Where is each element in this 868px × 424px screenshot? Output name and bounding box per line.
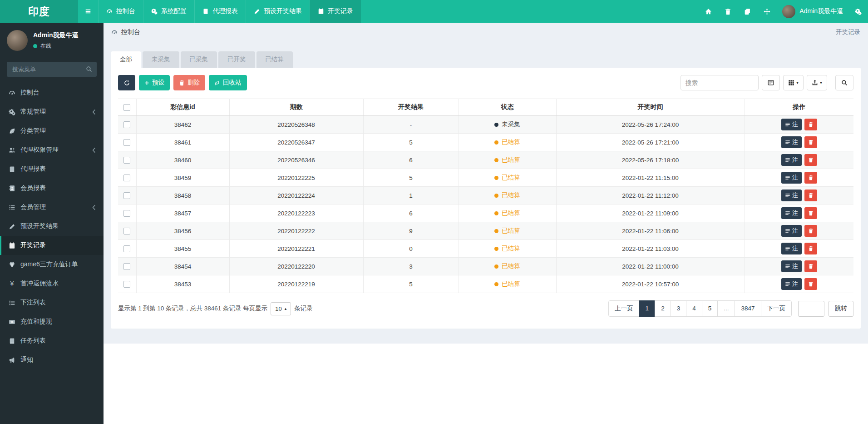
files-nav-button[interactable] bbox=[738, 0, 757, 23]
top-nav-calendar[interactable]: 开奖记录 bbox=[310, 0, 361, 23]
row-checkbox[interactable] bbox=[123, 228, 130, 234]
brand-logo[interactable]: 印度 bbox=[0, 0, 78, 23]
row-delete-button[interactable] bbox=[804, 136, 817, 148]
navbar-user[interactable]: Admin我最牛逼 bbox=[777, 0, 848, 23]
page-button-2[interactable]: 2 bbox=[655, 300, 671, 317]
sidebar-item-leaf-2[interactable]: 分类管理 bbox=[0, 121, 104, 140]
prev-page-button[interactable]: 上一页 bbox=[608, 300, 640, 317]
filter-tab-3[interactable]: 已开奖 bbox=[218, 51, 255, 68]
row-delete-button[interactable] bbox=[804, 190, 817, 201]
columns-dropdown-button[interactable]: ▾ bbox=[783, 75, 804, 90]
filter-tab-4[interactable]: 已结算 bbox=[256, 51, 293, 68]
row-checkbox[interactable] bbox=[123, 139, 130, 146]
list-icon bbox=[9, 299, 15, 306]
cell-result: 5 bbox=[363, 169, 459, 187]
row-note-button[interactable]: 注 bbox=[781, 119, 802, 130]
recycle-bin-button[interactable]: 回收站 bbox=[209, 75, 247, 90]
refresh-button[interactable] bbox=[118, 75, 135, 90]
page-button-4[interactable]: 4 bbox=[686, 300, 702, 317]
page-button-1[interactable]: 1 bbox=[639, 300, 656, 317]
sidebar-item-cogs-1[interactable]: 常规管理 bbox=[0, 102, 104, 121]
row-checkbox[interactable] bbox=[123, 121, 130, 128]
row-delete-button[interactable] bbox=[804, 154, 817, 166]
status-label: 已结算 bbox=[502, 156, 520, 164]
page-button-3[interactable]: 3 bbox=[671, 300, 687, 317]
row-select-cell bbox=[118, 187, 136, 205]
sidebar-item-label: 会员报表 bbox=[20, 184, 46, 192]
top-nav-cogs[interactable]: 系统配置 bbox=[143, 0, 194, 23]
next-page-button[interactable]: 下一页 bbox=[761, 300, 792, 317]
row-delete-button[interactable] bbox=[804, 172, 817, 184]
top-nav-book[interactable]: 代理报表 bbox=[194, 0, 246, 23]
row-checkbox[interactable] bbox=[123, 245, 130, 252]
row-note-button[interactable]: 注 bbox=[781, 260, 802, 272]
filter-tab-2[interactable]: 已采集 bbox=[181, 51, 217, 68]
row-checkbox[interactable] bbox=[123, 263, 130, 270]
row-checkbox[interactable] bbox=[123, 210, 130, 217]
plus-icon bbox=[144, 80, 149, 85]
table-search-input[interactable] bbox=[681, 75, 759, 90]
filter-tab-0[interactable]: 全部 bbox=[111, 51, 141, 68]
column-header: 状态 bbox=[459, 99, 556, 116]
row-delete-button[interactable] bbox=[804, 260, 817, 272]
expand-nav-button[interactable] bbox=[757, 0, 777, 23]
table-row: 38460202205263466已结算2022-05-26 17:18:00注 bbox=[118, 151, 853, 169]
sidebar-search-input[interactable] bbox=[7, 62, 97, 77]
filter-tab-1[interactable]: 未采集 bbox=[143, 51, 179, 68]
page-jump-button[interactable]: 跳转 bbox=[829, 301, 853, 317]
table-row: 38457202201222236已结算2022-01-22 11:09:00注 bbox=[118, 205, 853, 222]
sidebar-item-bullhorn-14[interactable]: 通知 bbox=[0, 350, 104, 369]
search-icon[interactable] bbox=[86, 66, 92, 72]
trash-nav-button[interactable] bbox=[718, 0, 738, 23]
row-checkbox[interactable] bbox=[123, 192, 130, 199]
row-checkbox[interactable] bbox=[123, 175, 130, 181]
top-nav-pen[interactable]: 预设开奖结果 bbox=[246, 0, 310, 23]
sidebar-item-idbook-5[interactable]: 会员报表 bbox=[0, 179, 104, 198]
row-note-button[interactable]: 注 bbox=[781, 136, 802, 148]
row-delete-button[interactable] bbox=[804, 225, 817, 237]
preset-button[interactable]: 预设 bbox=[139, 75, 170, 90]
sidebar-item-book-13[interactable]: 任务列表 bbox=[0, 331, 104, 350]
sidebar-item-yen-10[interactable]: ¥首冲返佣流水 bbox=[0, 274, 104, 293]
sidebar-item-pen-7[interactable]: 预设开奖结果 bbox=[0, 217, 104, 236]
row-note-button[interactable]: 注 bbox=[781, 278, 802, 290]
row-delete-button[interactable] bbox=[804, 207, 817, 219]
search-button[interactable] bbox=[835, 75, 853, 90]
row-checkbox[interactable] bbox=[123, 281, 130, 288]
page-jump-input[interactable] bbox=[798, 301, 824, 317]
row-note-button[interactable]: 注 bbox=[781, 154, 802, 166]
delete-button[interactable]: 删除 bbox=[173, 75, 205, 90]
sidebar-item-gauge-0[interactable]: 控制台 bbox=[0, 83, 104, 102]
toggle-view-button[interactable] bbox=[762, 75, 780, 90]
row-delete-button[interactable] bbox=[804, 243, 817, 254]
export-dropdown-button[interactable]: ▾ bbox=[807, 75, 827, 90]
page-button-3847[interactable]: 3847 bbox=[735, 300, 761, 317]
breadcrumb: 控制台 开奖记录 bbox=[104, 23, 868, 42]
row-delete-button[interactable] bbox=[804, 119, 817, 130]
sidebar-item-calendar-8[interactable]: 开奖记录 bbox=[0, 236, 104, 255]
row-note-button[interactable]: 注 bbox=[781, 172, 802, 184]
sidebar-item-list-6[interactable]: 会员管理 bbox=[0, 198, 104, 217]
select-all-checkbox[interactable] bbox=[123, 104, 130, 111]
row-note-button[interactable]: 注 bbox=[781, 190, 802, 201]
row-note-button[interactable]: 注 bbox=[781, 243, 802, 254]
table-body: 3846220220526348-未采集2022-05-26 17:24:00注… bbox=[118, 116, 853, 293]
sidebar-toggle-button[interactable] bbox=[78, 0, 98, 23]
row-note-button[interactable]: 注 bbox=[781, 207, 802, 219]
home-nav-button[interactable] bbox=[699, 0, 718, 23]
breadcrumb-left[interactable]: 控制台 bbox=[111, 28, 140, 36]
sidebar-item-money-12[interactable]: 充值和提现 bbox=[0, 312, 104, 331]
sidebar-item-gem-9[interactable]: game6三方充值订单 bbox=[0, 255, 104, 274]
sidebar-item-list-11[interactable]: 下注列表 bbox=[0, 293, 104, 312]
row-checkbox[interactable] bbox=[123, 157, 130, 164]
cell-time: 2022-01-22 10:57:00 bbox=[556, 275, 745, 293]
row-delete-button[interactable] bbox=[804, 278, 817, 290]
row-note-button[interactable]: 注 bbox=[781, 225, 802, 237]
page-size-dropdown[interactable]: 10 ▴ bbox=[271, 302, 291, 315]
cell-status: 已结算 bbox=[459, 240, 556, 258]
sidebar-item-book-4[interactable]: 代理报表 bbox=[0, 160, 104, 179]
sidebar-item-users-3[interactable]: 代理权限管理 bbox=[0, 140, 104, 160]
top-nav-gauge[interactable]: 控制台 bbox=[98, 0, 143, 23]
settings-nav-button[interactable] bbox=[848, 0, 868, 23]
page-button-5[interactable]: 5 bbox=[702, 300, 718, 317]
